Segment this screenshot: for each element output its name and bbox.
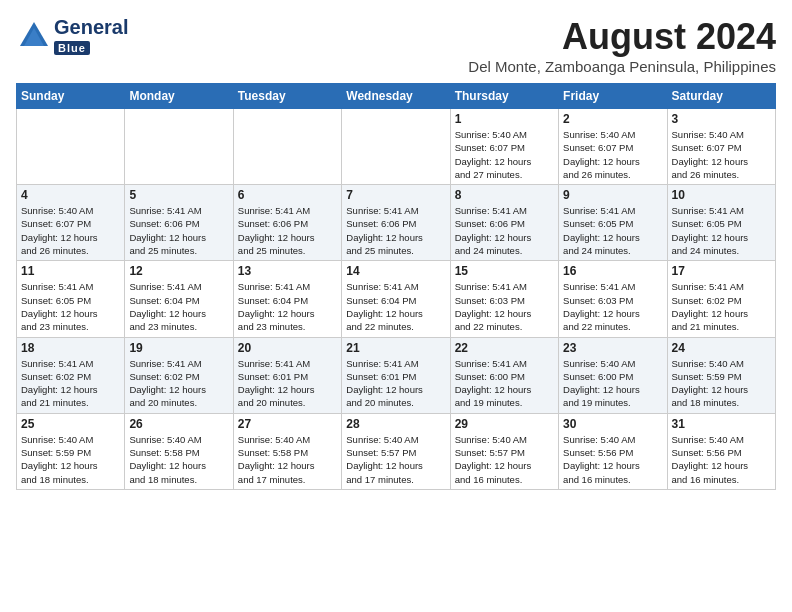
day-info: Sunrise: 5:41 AM Sunset: 6:06 PM Dayligh… — [129, 204, 228, 257]
day-info: Sunrise: 5:40 AM Sunset: 5:56 PM Dayligh… — [563, 433, 662, 486]
day-info: Sunrise: 5:41 AM Sunset: 6:03 PM Dayligh… — [455, 280, 554, 333]
day-info: Sunrise: 5:41 AM Sunset: 6:06 PM Dayligh… — [455, 204, 554, 257]
calendar-cell: 31Sunrise: 5:40 AM Sunset: 5:56 PM Dayli… — [667, 413, 775, 489]
day-number: 10 — [672, 188, 771, 202]
calendar-cell: 24Sunrise: 5:40 AM Sunset: 5:59 PM Dayli… — [667, 337, 775, 413]
day-number: 25 — [21, 417, 120, 431]
calendar-cell: 27Sunrise: 5:40 AM Sunset: 5:58 PM Dayli… — [233, 413, 341, 489]
day-info: Sunrise: 5:41 AM Sunset: 6:00 PM Dayligh… — [455, 357, 554, 410]
day-number: 28 — [346, 417, 445, 431]
day-number: 23 — [563, 341, 662, 355]
day-info: Sunrise: 5:41 AM Sunset: 6:04 PM Dayligh… — [129, 280, 228, 333]
day-info: Sunrise: 5:40 AM Sunset: 5:57 PM Dayligh… — [346, 433, 445, 486]
day-info: Sunrise: 5:41 AM Sunset: 6:04 PM Dayligh… — [346, 280, 445, 333]
calendar-cell: 17Sunrise: 5:41 AM Sunset: 6:02 PM Dayli… — [667, 261, 775, 337]
calendar-cell: 13Sunrise: 5:41 AM Sunset: 6:04 PM Dayli… — [233, 261, 341, 337]
day-info: Sunrise: 5:41 AM Sunset: 6:05 PM Dayligh… — [563, 204, 662, 257]
day-number: 13 — [238, 264, 337, 278]
page-title: August 2024 — [468, 16, 776, 58]
calendar-week-5: 25Sunrise: 5:40 AM Sunset: 5:59 PM Dayli… — [17, 413, 776, 489]
header-row: Sunday Monday Tuesday Wednesday Thursday… — [17, 84, 776, 109]
day-info: Sunrise: 5:40 AM Sunset: 5:58 PM Dayligh… — [238, 433, 337, 486]
header-thursday: Thursday — [450, 84, 558, 109]
day-info: Sunrise: 5:41 AM Sunset: 6:01 PM Dayligh… — [238, 357, 337, 410]
day-info: Sunrise: 5:40 AM Sunset: 6:07 PM Dayligh… — [672, 128, 771, 181]
day-number: 22 — [455, 341, 554, 355]
day-number: 11 — [21, 264, 120, 278]
calendar-cell: 3Sunrise: 5:40 AM Sunset: 6:07 PM Daylig… — [667, 109, 775, 185]
day-number: 8 — [455, 188, 554, 202]
calendar-cell: 18Sunrise: 5:41 AM Sunset: 6:02 PM Dayli… — [17, 337, 125, 413]
logo: General Blue — [16, 16, 128, 56]
header-monday: Monday — [125, 84, 233, 109]
day-number: 26 — [129, 417, 228, 431]
header-tuesday: Tuesday — [233, 84, 341, 109]
page-header: General Blue August 2024 Del Monte, Zamb… — [16, 16, 776, 75]
calendar-cell — [125, 109, 233, 185]
day-info: Sunrise: 5:41 AM Sunset: 6:02 PM Dayligh… — [21, 357, 120, 410]
calendar-cell: 5Sunrise: 5:41 AM Sunset: 6:06 PM Daylig… — [125, 185, 233, 261]
day-number: 1 — [455, 112, 554, 126]
calendar-cell: 25Sunrise: 5:40 AM Sunset: 5:59 PM Dayli… — [17, 413, 125, 489]
day-number: 14 — [346, 264, 445, 278]
calendar-cell: 7Sunrise: 5:41 AM Sunset: 6:06 PM Daylig… — [342, 185, 450, 261]
calendar-cell: 14Sunrise: 5:41 AM Sunset: 6:04 PM Dayli… — [342, 261, 450, 337]
day-info: Sunrise: 5:41 AM Sunset: 6:05 PM Dayligh… — [672, 204, 771, 257]
calendar-cell: 16Sunrise: 5:41 AM Sunset: 6:03 PM Dayli… — [559, 261, 667, 337]
day-info: Sunrise: 5:40 AM Sunset: 6:07 PM Dayligh… — [563, 128, 662, 181]
calendar-cell: 29Sunrise: 5:40 AM Sunset: 5:57 PM Dayli… — [450, 413, 558, 489]
day-info: Sunrise: 5:40 AM Sunset: 6:00 PM Dayligh… — [563, 357, 662, 410]
header-friday: Friday — [559, 84, 667, 109]
day-number: 24 — [672, 341, 771, 355]
calendar-cell: 1Sunrise: 5:40 AM Sunset: 6:07 PM Daylig… — [450, 109, 558, 185]
day-info: Sunrise: 5:40 AM Sunset: 5:58 PM Dayligh… — [129, 433, 228, 486]
calendar-cell: 22Sunrise: 5:41 AM Sunset: 6:00 PM Dayli… — [450, 337, 558, 413]
calendar-week-3: 11Sunrise: 5:41 AM Sunset: 6:05 PM Dayli… — [17, 261, 776, 337]
page-subtitle: Del Monte, Zamboanga Peninsula, Philippi… — [468, 58, 776, 75]
calendar-cell — [17, 109, 125, 185]
calendar-cell: 8Sunrise: 5:41 AM Sunset: 6:06 PM Daylig… — [450, 185, 558, 261]
day-info: Sunrise: 5:40 AM Sunset: 6:07 PM Dayligh… — [455, 128, 554, 181]
logo-icon — [16, 18, 52, 54]
calendar-cell: 19Sunrise: 5:41 AM Sunset: 6:02 PM Dayli… — [125, 337, 233, 413]
header-saturday: Saturday — [667, 84, 775, 109]
day-info: Sunrise: 5:41 AM Sunset: 6:02 PM Dayligh… — [129, 357, 228, 410]
logo-blue: Blue — [54, 41, 90, 55]
day-number: 15 — [455, 264, 554, 278]
day-info: Sunrise: 5:41 AM Sunset: 6:01 PM Dayligh… — [346, 357, 445, 410]
day-info: Sunrise: 5:41 AM Sunset: 6:06 PM Dayligh… — [238, 204, 337, 257]
day-number: 17 — [672, 264, 771, 278]
day-info: Sunrise: 5:40 AM Sunset: 5:57 PM Dayligh… — [455, 433, 554, 486]
day-number: 4 — [21, 188, 120, 202]
calendar-cell: 12Sunrise: 5:41 AM Sunset: 6:04 PM Dayli… — [125, 261, 233, 337]
day-number: 31 — [672, 417, 771, 431]
day-info: Sunrise: 5:40 AM Sunset: 5:59 PM Dayligh… — [21, 433, 120, 486]
calendar-cell: 21Sunrise: 5:41 AM Sunset: 6:01 PM Dayli… — [342, 337, 450, 413]
day-number: 29 — [455, 417, 554, 431]
day-number: 30 — [563, 417, 662, 431]
calendar-week-1: 1Sunrise: 5:40 AM Sunset: 6:07 PM Daylig… — [17, 109, 776, 185]
day-info: Sunrise: 5:41 AM Sunset: 6:06 PM Dayligh… — [346, 204, 445, 257]
day-info: Sunrise: 5:41 AM Sunset: 6:02 PM Dayligh… — [672, 280, 771, 333]
calendar-cell: 28Sunrise: 5:40 AM Sunset: 5:57 PM Dayli… — [342, 413, 450, 489]
day-number: 6 — [238, 188, 337, 202]
calendar-cell: 15Sunrise: 5:41 AM Sunset: 6:03 PM Dayli… — [450, 261, 558, 337]
calendar-cell: 11Sunrise: 5:41 AM Sunset: 6:05 PM Dayli… — [17, 261, 125, 337]
calendar-cell: 4Sunrise: 5:40 AM Sunset: 6:07 PM Daylig… — [17, 185, 125, 261]
day-number: 3 — [672, 112, 771, 126]
calendar-week-4: 18Sunrise: 5:41 AM Sunset: 6:02 PM Dayli… — [17, 337, 776, 413]
calendar-cell: 23Sunrise: 5:40 AM Sunset: 6:00 PM Dayli… — [559, 337, 667, 413]
calendar-cell: 30Sunrise: 5:40 AM Sunset: 5:56 PM Dayli… — [559, 413, 667, 489]
day-number: 20 — [238, 341, 337, 355]
header-sunday: Sunday — [17, 84, 125, 109]
day-number: 18 — [21, 341, 120, 355]
day-info: Sunrise: 5:40 AM Sunset: 6:07 PM Dayligh… — [21, 204, 120, 257]
day-number: 12 — [129, 264, 228, 278]
calendar-table: Sunday Monday Tuesday Wednesday Thursday… — [16, 83, 776, 490]
logo-general: General — [54, 16, 128, 38]
calendar-cell: 6Sunrise: 5:41 AM Sunset: 6:06 PM Daylig… — [233, 185, 341, 261]
day-info: Sunrise: 5:41 AM Sunset: 6:04 PM Dayligh… — [238, 280, 337, 333]
day-number: 27 — [238, 417, 337, 431]
day-number: 21 — [346, 341, 445, 355]
calendar-cell — [342, 109, 450, 185]
